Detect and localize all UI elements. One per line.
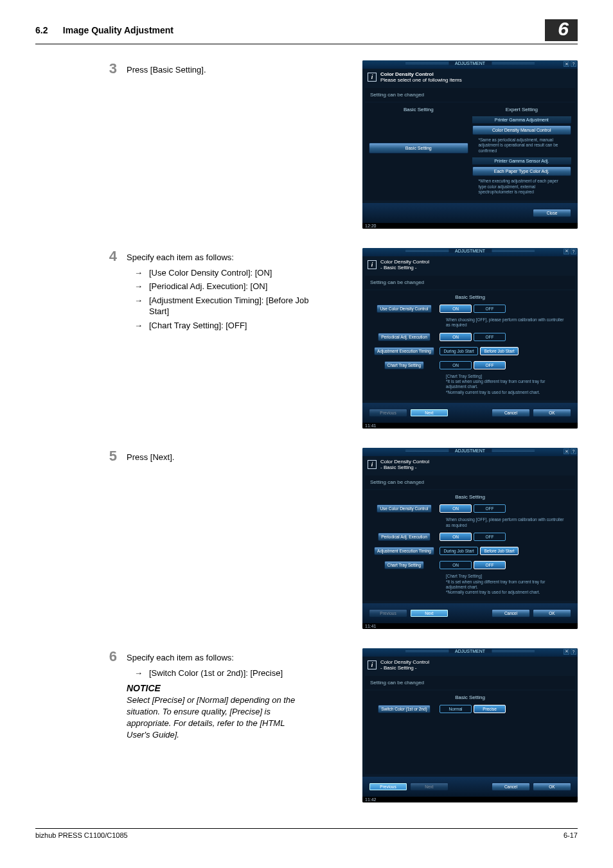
footer-left: bizhub PRESS C1100/C1085 [35,831,128,839]
next-button: Next [410,783,449,791]
row-label-switch-color[interactable]: Switch Color (1st or 2nd) [378,705,431,713]
next-button[interactable]: Next [410,409,449,417]
normal-toggle[interactable]: Normal [440,705,472,713]
periodical-on[interactable]: ON [440,333,472,341]
screen-titlebar: ADJUSTMENT ✕ ? [362,60,578,69]
footer-right: 6-17 [564,831,578,839]
step-5: 5 Press [Next]. ADJUSTMENT ✕? i Color De… [35,448,578,629]
cancel-button[interactable]: Cancel [492,783,530,791]
section-title: 6.2 Image Quality Adjustment [35,25,173,35]
step-3-text: Press [Basic Setting]. [127,60,310,76]
close-button[interactable]: Close [533,209,571,217]
page-header: 6.2 Image Quality Adjustment 6 [35,19,578,44]
step-6: 6 Specify each item as follows: [Switch … [35,648,578,802]
during-job[interactable]: During Job Start [440,347,478,355]
step-4-text: Specify each item as follows: [Use Color… [127,248,310,334]
previous-button[interactable]: Previous [369,783,407,791]
step-3: 3 Press [Basic Setting]. ADJUSTMENT ✕ ? … [35,60,578,229]
step-5-text: Press [Next]. [127,448,310,463]
page-footer: bizhub PRESS C1100/C1085 6-17 [35,828,578,839]
step-number-5: 5 [98,448,117,465]
periodical-off[interactable]: OFF [474,333,506,341]
info-icon: i [368,260,377,269]
previous-button: Previous [369,609,407,617]
each-paper-type-button[interactable]: Each Paper Type Color Adj. [472,166,572,176]
cdmc-button[interactable]: Color Density Manual Control [472,125,572,135]
step-number-3: 3 [98,60,117,77]
step-number-6: 6 [98,648,117,665]
basic-setting-button[interactable]: Basic Setting [369,143,468,154]
cancel-button[interactable]: Cancel [492,609,530,617]
ok-button[interactable]: OK [533,783,571,791]
close-icon[interactable]: ✕ [564,61,569,67]
info-icon: i [368,460,377,469]
step-6-text: Specify each item as follows: [Switch Co… [127,648,310,741]
screen-time: 12:20 [362,223,578,229]
help-icon[interactable]: ? [571,249,576,254]
screenshot-6: ADJUSTMENT ✕? i Color Density Control - … [362,648,578,802]
precise-toggle[interactable]: Precise [474,705,506,713]
cancel-button[interactable]: Cancel [492,409,530,417]
chapter-badge: 6 [545,19,578,41]
ok-button[interactable]: OK [533,609,571,617]
density-off[interactable]: OFF [474,305,506,313]
close-icon[interactable]: ✕ [564,448,569,454]
before-job[interactable]: Before Job Start [480,347,519,355]
row-label-periodical[interactable]: Periodical Adj. Execution [378,333,431,341]
screen-title: i Color Density Control Please select on… [362,69,578,85]
help-icon[interactable]: ? [571,448,576,454]
previous-button: Previous [369,409,407,417]
chart-off[interactable]: OFF [474,361,506,369]
help-icon[interactable]: ? [571,61,576,67]
density-on[interactable]: ON [440,305,472,313]
step-4: 4 Specify each item as follows: [Use Col… [35,248,578,429]
ok-button[interactable]: OK [533,409,571,417]
notice-label: NOTICE [127,683,310,693]
close-icon[interactable]: ✕ [564,249,569,254]
step-number-4: 4 [98,248,117,265]
screenshot-5: ADJUSTMENT ✕? i Color Density Control - … [362,448,578,629]
row-label-chart[interactable]: Chart Tray Setting [384,361,424,369]
step-4-items: [Use Color Density Control]: [ON] [Perio… [127,267,310,332]
screenshot-4: ADJUSTMENT ✕? i Color Density Control - … [362,248,578,429]
section-name: Image Quality Adjustment [63,25,173,35]
row-label-timing[interactable]: Adjustment Execution Timing [374,347,434,355]
next-button[interactable]: Next [410,609,449,617]
chart-on[interactable]: ON [440,361,472,369]
notice-body: Select [Precise] or [Normal] depending o… [127,695,310,741]
info-icon: i [368,73,377,82]
row-label-density[interactable]: Use Color Density Control [377,305,431,313]
info-icon: i [368,660,377,669]
section-number: 6.2 [35,25,48,35]
close-icon[interactable]: ✕ [564,649,569,655]
screenshot-3: ADJUSTMENT ✕ ? i Color Density Control P… [362,60,578,229]
help-icon[interactable]: ? [571,649,576,655]
